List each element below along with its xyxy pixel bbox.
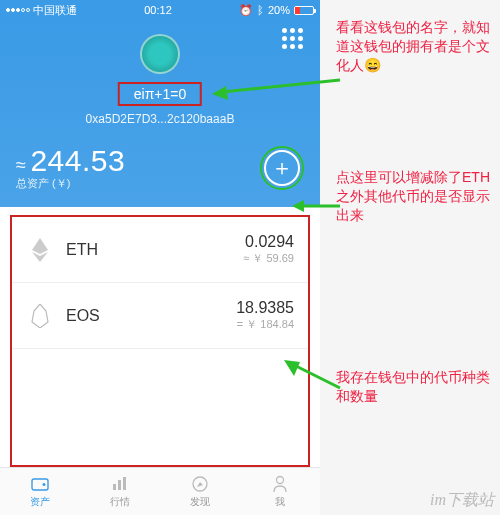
status-bar: 中国联通 00:12 ⏰ ᛒ 20% [0,0,320,20]
annotation-note: 看看这钱包的名字，就知道这钱包的拥有者是个文化人😄 [336,18,496,75]
svg-rect-2 [113,484,116,490]
arrow-icon [282,358,342,398]
chart-icon [110,474,130,494]
svg-point-6 [277,477,284,484]
eos-icon [26,302,54,330]
token-list: ETH 0.0294 ≈ ￥ 59.69 EOS 18.9385 = ￥ 184… [10,215,310,467]
nav-assets[interactable]: 资产 [0,468,80,515]
annotation-layer: 看看这钱包的名字，就知道这钱包的拥有者是个文化人😄 点这里可以增减除了ETH之外… [322,0,500,515]
token-row[interactable]: ETH 0.0294 ≈ ￥ 59.69 [12,217,308,283]
nav-market[interactable]: 行情 [80,468,160,515]
wallet-address[interactable]: 0xa5D2E7D3...2c120baaaB [16,112,304,126]
svg-line-11 [292,364,340,388]
svg-marker-8 [212,86,228,100]
token-fiat: ≈ ￥ 59.69 [243,251,294,266]
wallet-avatar[interactable] [140,34,180,74]
token-amount: 0.0294 [243,233,294,251]
bluetooth-icon: ᛒ [257,4,264,16]
user-icon [270,474,290,494]
battery-icon [294,6,314,15]
wallet-header: eiπ+1=0 0xa5D2E7D3...2c120baaaB ≈244.53 … [0,20,320,207]
arrow-icon [292,198,342,214]
token-row[interactable]: EOS 18.9385 = ￥ 184.84 [12,283,308,349]
signal-dots [6,8,30,12]
add-token-button[interactable]: ＋ [264,150,300,186]
bluetooth-pct: 20% [268,4,290,16]
svg-line-7 [222,80,340,92]
svg-rect-4 [123,477,126,490]
token-fiat: = ￥ 184.84 [236,317,294,332]
carrier-label: 中国联通 [33,3,77,18]
svg-rect-0 [32,479,48,490]
alarm-icon: ⏰ [239,4,253,17]
balance-label: 总资产 (￥) [16,176,125,191]
token-symbol: EOS [66,307,236,325]
compass-icon [190,474,210,494]
wallet-icon [30,474,50,494]
watermark: im下载站 [430,490,494,511]
svg-rect-3 [118,480,121,490]
menu-grid-button[interactable] [282,28,306,52]
status-time: 00:12 [144,4,172,16]
wallet-name[interactable]: eiπ+1=0 [118,82,202,106]
eth-icon [26,236,54,264]
arrow-icon [212,72,342,102]
svg-marker-10 [292,200,304,212]
add-token-highlight: ＋ [260,146,304,190]
total-balance: ≈244.53 [16,144,125,178]
svg-point-1 [43,483,46,486]
token-amount: 18.9385 [236,299,294,317]
nav-me[interactable]: 我 [240,468,320,515]
bottom-nav: 资产 行情 发现 我 [0,467,320,515]
token-symbol: ETH [66,241,243,259]
nav-discover[interactable]: 发现 [160,468,240,515]
annotation-note: 点这里可以增减除了ETH之外其他代币的是否显示出来 [336,168,496,225]
annotation-note: 我存在钱包中的代币种类和数量 [336,368,496,406]
